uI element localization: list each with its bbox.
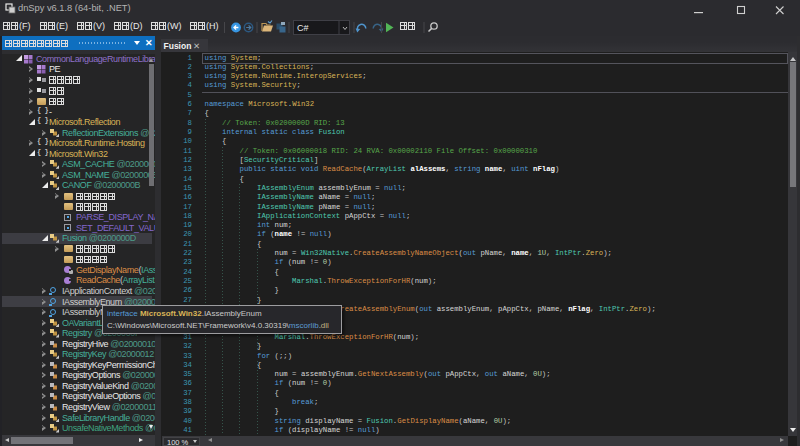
svg-text:C#: C# [297, 23, 309, 33]
